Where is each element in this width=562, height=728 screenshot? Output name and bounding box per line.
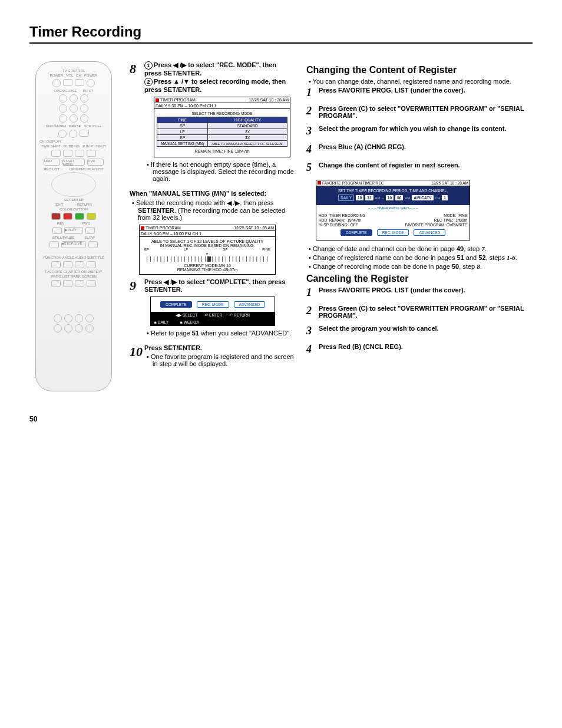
remote-header: — TV CONTROL — <box>39 69 108 73</box>
osd-complete-bar: COMPLETE REC. MODE ADVANCED ◀▶ SELECT ⏎ … <box>150 297 275 326</box>
right-column: Changing the Content of Register You can… <box>306 61 533 391</box>
osd-line2: IN MANUAL REC. MODE BASED ON REMAINING. <box>142 243 273 248</box>
mn-text: Select the recording mode with ◀ /▶, the… <box>130 199 295 221</box>
left-right-arrow-icon: ◀ /▶ <box>173 61 186 68</box>
step10-note: One favorite program is registered and t… <box>144 353 294 367</box>
remote-control-image: — TV CONTROL — POWER VOL CH POWER OPEN/C… <box>35 61 112 391</box>
osd2-caption: SET THE TIMER RECORDING PERIOD, TIME AND… <box>319 189 467 193</box>
osd2-title: FAVORITE PROGRAM TIMER REC <box>322 181 384 185</box>
osd-subtitle: DAILY 9:30 PM – 10:00 PM CH 1 <box>140 231 275 237</box>
osd-btn-complete: COMPLETE <box>160 301 192 308</box>
mn-heading: When "MANUAL SETTING (MN)" is selected: <box>130 190 295 197</box>
step8-sub2-d: . <box>200 86 201 93</box>
remote-column: — TV CONTROL — POWER VOL CH POWER OPEN/C… <box>29 61 118 391</box>
step-10-number: 10 <box>130 344 143 360</box>
changing-b1: Change of date and channel can be done i… <box>306 245 533 252</box>
page-number: 50 <box>29 415 533 423</box>
changing-b2: Change of registered name can be done in… <box>306 254 533 261</box>
osd-favorite-program: FAVORITE PROGRAM TIMER REC12/25 SAT 10 :… <box>316 180 470 241</box>
osd-legend: ◀▶ SELECT ⏎ ENTER ↶ RETURN <box>151 312 275 319</box>
canceling-heading: Canceling the Register <box>306 274 533 284</box>
changing-s5-num: 5 <box>306 162 317 174</box>
left-right-arrow-icon: ◀ /▶ <box>164 278 177 285</box>
osd2-dash: – – – TIMER PROG INFO – – – <box>316 205 470 211</box>
step8-sub1-d: . <box>200 70 201 77</box>
osd2-btn-complete: COMPLETE <box>340 229 372 236</box>
step8-sub1-a: Press <box>154 61 173 68</box>
step-10: 10 Press SET/ENTER. One favorite program… <box>130 344 295 369</box>
osd2-btn-recmode: REC. MODE <box>377 229 409 236</box>
changing-s2-num: 2 <box>306 105 317 117</box>
middle-column: 8 1Press ◀ /▶ to select "REC. MODE", the… <box>130 61 295 391</box>
osd-remain: REMAIN TIME: FINE 19h47m <box>157 148 287 154</box>
osd-clock: 12/25 SAT 10 : 28 AM <box>234 226 274 230</box>
osd-scale-icon: ▾|||||||||||||||||||||||||||||||||||| <box>142 251 273 262</box>
substep-circled-2: 2 <box>144 78 153 86</box>
osd-btn-advanced: ADVANCED <box>234 301 266 308</box>
left-right-arrow-icon: ◀ /▶ <box>227 199 240 206</box>
osd2-btn-advanced: ADVANCED <box>414 229 445 236</box>
osd-clock: 12/25 SAT 10 : 28 AM <box>249 98 289 102</box>
osd-title: TIMER PROGRAM <box>146 226 181 230</box>
step8-sub2-a: Press <box>154 78 173 85</box>
osd-title: TIMER PROGRAM <box>160 98 196 102</box>
changing-intro: You can change date, channel, registered… <box>306 78 533 85</box>
page-title: Timer Recording <box>29 24 533 44</box>
step-8: 8 1Press ◀ /▶ to select "REC. MODE", the… <box>130 61 295 184</box>
osd-subtitle: DAILY 9:30 PM – 10:00 PM CH 1 <box>154 103 290 109</box>
substep-circled-1: 1 <box>144 61 153 70</box>
up-down-arrow-icon: ▲ /▼ <box>173 78 190 85</box>
osd-btn-recmode: REC. MODE <box>197 301 229 308</box>
osd-heading: SELECT THE RECORDING MODE <box>157 111 287 116</box>
step8-sub2-c: SET/ENTER <box>163 86 200 93</box>
changing-heading: Changing the Content of Register <box>306 65 533 75</box>
step-9: 9 Press ◀ /▶ to select "COMPLETE", then … <box>130 278 295 338</box>
changing-s4-num: 4 <box>306 143 317 156</box>
step8-note: If there is not enough empty space (time… <box>144 161 294 182</box>
step8-sub1-c: SET/ENTER <box>163 70 200 77</box>
changing-s5: Change the content of register in next s… <box>319 162 530 169</box>
osd-line1: ABLE TO SELECT 1 OF 32 LEVELS OF PICTURE… <box>142 239 273 243</box>
step-8-number: 8 <box>130 61 143 77</box>
canceling-s3: Select the program you wish to cancel. <box>319 325 530 332</box>
step9-note: Refer to page 51 when you select "ADVANC… <box>144 330 294 337</box>
osd-mode-table: FINEHIGH QUALITY SPSTANDARD LP2X EP3X MA… <box>157 117 287 147</box>
changing-s3: Select the program for which you wish to… <box>319 125 530 132</box>
canceling-s2-num: 2 <box>306 305 317 317</box>
osd-current-mode: CURRENT MODE:MN 16 <box>142 263 273 268</box>
osd-recording-mode: TIMER PROGRAM12/25 SAT 10 : 28 AM DAILY … <box>154 97 290 157</box>
canceling-s4-num: 4 <box>306 343 317 355</box>
osd-mn-scale: TIMER PROGRAM12/25 SAT 10 : 28 AM DAILY … <box>139 225 276 275</box>
canceling-s3-num: 3 <box>306 325 317 337</box>
osd-remaining: REMAINING TIME:HDD 48h57m <box>142 268 273 272</box>
osd2-clock: 12/25 SAT 10 : 28 AM <box>431 181 468 185</box>
changing-b3: Change of recording mode can be done in … <box>306 263 533 270</box>
canceling-s1-num: 1 <box>306 286 317 299</box>
changing-s3-num: 3 <box>306 125 317 137</box>
step-9-number: 9 <box>130 278 143 294</box>
osd2-info: HDD TIMER RECORDINGMODE: FINE HDD REMAIN… <box>316 211 470 240</box>
osd2-fields: DAILY 10 31 AM – 10 00 AM AIR/CATV CH 1 <box>319 195 467 201</box>
changing-s1-num: 1 <box>306 87 317 99</box>
